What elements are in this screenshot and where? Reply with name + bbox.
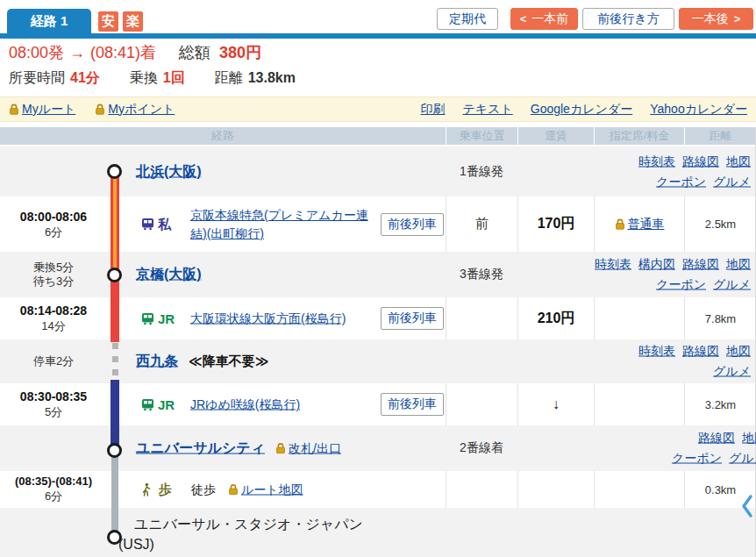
lock-icon (95, 104, 105, 115)
google-calendar-link[interactable]: Googleカレンダー (531, 102, 632, 118)
station-link-kyobashi[interactable]: 京橋(大阪) (136, 266, 202, 284)
fare-cell: 210円 (517, 297, 594, 339)
arrive-time: (08:41)着 (90, 42, 156, 63)
destination-name: ユニバーサル・スタジオ・ジャパン(USJ) (118, 514, 390, 554)
carrier-label-walk: 歩 (159, 482, 172, 498)
train-icon (141, 398, 154, 411)
yahoo-calendar-link[interactable]: Yahooカレンダー (650, 102, 747, 118)
header-route: 経路 (0, 127, 446, 145)
seat-class-label: 普通車 (628, 217, 665, 232)
transit-route-page: 経路 1 安 楽 定期代 < 一本前 前後行き方 一本後 > 08:00発 → … (0, 0, 756, 557)
prev-train-button[interactable]: < 一本前 (510, 8, 578, 30)
map-link[interactable]: 地図 (726, 257, 751, 273)
gourmet-link[interactable]: グルメ (713, 364, 751, 380)
boarding-position-value: 前 (475, 216, 489, 232)
route-map-link[interactable]: 路線図 (682, 257, 719, 273)
gourmet-link[interactable]: グルメ (713, 277, 751, 293)
route-map-link[interactable]: 路線図 (682, 344, 719, 360)
around-trains-button[interactable]: 前後列車 (381, 213, 444, 236)
commuter-pass-label: 定期代 (449, 11, 486, 27)
segment-duration: 5分 (0, 404, 107, 420)
seat-cell: 普通車 (594, 196, 684, 252)
station-map-link[interactable]: 構内図 (638, 257, 675, 273)
walk-icon (141, 482, 152, 496)
platform-info: 3番線発 (446, 252, 517, 297)
map-link[interactable]: 地図 (742, 431, 756, 446)
route-line-keihan (111, 171, 119, 275)
collapse-panel-chevron[interactable] (741, 494, 753, 522)
distance-cell: 3.2km (684, 383, 756, 425)
chevron-left-icon (741, 494, 753, 518)
map-link[interactable]: 地図 (726, 344, 751, 360)
walk-route-map-label: ルート地図 (241, 482, 303, 497)
timetable-link[interactable]: 時刻表 (638, 154, 675, 169)
lock-icon (9, 104, 19, 115)
wait-note: 待ち3分 (0, 275, 107, 289)
platform-info: 1番線発 (446, 146, 517, 196)
station-link-universal-city[interactable]: ユニバーサルシティ (136, 439, 265, 458)
chevron-right-icon: > (734, 12, 741, 25)
seat-class-link[interactable]: 普通車 (615, 217, 665, 232)
around-trains-button[interactable]: 前後列車 (381, 393, 444, 416)
distance-cell: 7.8km (684, 297, 756, 339)
train-line-link[interactable]: 京阪本線特急(プレミアムカー連結)(出町柳行) (190, 206, 369, 243)
coupon-link[interactable]: クーポン (656, 277, 706, 293)
route-summary-stats: 所要時間 41分 乗換 1回 距離 13.8km (9, 69, 296, 88)
tab-underline-bar (0, 33, 756, 39)
route-map-link[interactable]: 路線図 (698, 431, 735, 446)
header-seat-fee: 指定席/料金 (594, 127, 684, 145)
route-map-link[interactable]: 路線図 (682, 154, 719, 169)
segment-time: 08:14-08:28 (0, 303, 107, 318)
distance-label: 距離 (215, 69, 243, 88)
timetable-link[interactable]: 時刻表 (595, 257, 631, 273)
gourmet-link[interactable]: グルメ (729, 451, 756, 467)
route-summary-times: 08:00発 → (08:41)着 総額 380円 (9, 42, 261, 63)
distance-value: 0.3km (705, 483, 736, 496)
header-boarding-position: 乗車位置 (446, 127, 517, 145)
station-link-nishikujo[interactable]: 西九条 (136, 353, 178, 371)
fare-value: 170円 (538, 215, 575, 233)
myroute-link[interactable]: Myルート (9, 102, 75, 118)
mypoint-label: Myポイント (108, 102, 175, 118)
coupon-link[interactable]: クーポン (672, 451, 722, 467)
route-line-pass-dash (112, 343, 118, 349)
coupon-link[interactable]: クーポン (656, 174, 706, 189)
seat-cell (594, 297, 684, 339)
arrow-right-icon: → (69, 44, 85, 62)
station-link-kitahama[interactable]: 北浜(大阪) (136, 162, 202, 181)
station-node-universal-city (107, 443, 122, 458)
map-link[interactable]: 地図 (726, 154, 751, 169)
walk-route-map-link[interactable]: ルート地図 (228, 482, 303, 497)
route-line-walk (111, 451, 118, 538)
total-label: 総額 (179, 42, 210, 63)
text-link[interactable]: テキスト (462, 102, 512, 118)
train-line-link[interactable]: JRゆめ咲線(桜島行) (190, 397, 300, 411)
prev-train-label: 一本前 (531, 11, 568, 27)
route-line-pass-dash (112, 369, 118, 375)
boarding-position-cell (446, 297, 517, 339)
transfer-note: 乗換5分 (0, 261, 107, 275)
gate-exit-link[interactable]: 改札/出口 (275, 440, 341, 456)
segment-time: (08:35)-(08:41) (0, 475, 107, 488)
carrier-label-jr: JR (158, 397, 175, 412)
timetable-link[interactable]: 時刻表 (638, 344, 675, 360)
header-distance: 距離 (684, 127, 756, 145)
total-fare: 380円 (219, 42, 261, 63)
around-routes-button[interactable]: 前後行き方 (582, 8, 674, 30)
train-line-link[interactable]: 大阪環状線大阪方面(桜島行) (190, 311, 346, 325)
seat-cell (594, 471, 684, 508)
fare-cell (517, 471, 594, 508)
action-bar-right: 印刷 テキスト Googleカレンダー Yahooカレンダー (420, 102, 747, 118)
mypoint-link[interactable]: Myポイント (95, 102, 175, 118)
myroute-label: Myルート (22, 102, 75, 118)
platform-info: 2番線着 (446, 425, 517, 471)
tab-route-1[interactable]: 経路 1 (7, 9, 91, 33)
next-train-button[interactable]: 一本後 > (679, 8, 753, 30)
depart-time: 08:00発 (9, 42, 64, 63)
gourmet-link[interactable]: グルメ (713, 174, 751, 189)
print-link[interactable]: 印刷 (420, 102, 445, 118)
lock-icon (615, 218, 625, 230)
commuter-pass-button[interactable]: 定期代 (437, 8, 498, 30)
train-icon (141, 312, 154, 325)
around-trains-button[interactable]: 前後列車 (381, 307, 444, 330)
